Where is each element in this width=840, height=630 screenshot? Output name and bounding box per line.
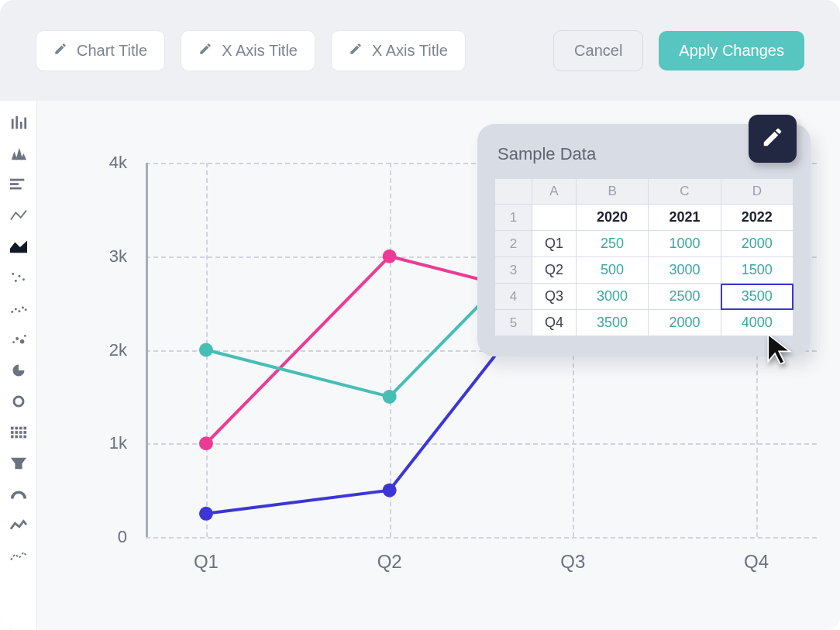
grid-cell[interactable]: 250 [576,231,648,257]
svg-point-19 [24,308,26,311]
spark-solid-icon[interactable] [3,515,34,536]
grid-cell[interactable]: 3500 [721,284,793,310]
svg-rect-25 [10,427,13,430]
cancel-label: Cancel [574,42,622,59]
sample-data-panel: Sample Data ABCD12020202120222Q125010002… [477,124,811,356]
svg-point-16 [14,308,16,310]
grid-corner [495,179,532,205]
svg-point-15 [11,311,13,313]
funnel-icon[interactable] [3,453,34,474]
series-point [383,484,397,497]
grid-cell[interactable]: Q4 [532,310,577,336]
svg-point-12 [18,275,20,277]
pencil-icon [349,42,363,60]
svg-rect-29 [10,431,13,434]
svg-rect-36 [23,435,26,439]
grid-col-header[interactable]: D [721,179,793,205]
svg-rect-28 [23,427,26,430]
grid-cell[interactable]: 3000 [649,257,721,284]
grid-row-index[interactable]: 2 [495,231,532,257]
svg-rect-33 [10,435,13,439]
grid-cell[interactable]: 4000 [721,310,793,336]
grid-cell[interactable]: 2000 [721,231,793,257]
bar-columns-icon[interactable] [3,112,34,133]
data-grid[interactable]: ABCD12020202120222Q1250100020003Q2500300… [494,178,794,336]
edit-data-button[interactable] [749,115,797,163]
grid-row-index[interactable]: 5 [495,310,532,336]
grid-cell[interactable]: 2500 [649,284,721,310]
pencil-icon [198,42,212,60]
y-tick-label: 0 [90,527,136,547]
svg-rect-0 [11,119,13,129]
grid-cell[interactable]: 2021 [649,205,721,231]
x-tick-label: Q4 [744,551,769,573]
svg-point-22 [19,339,24,344]
y-tick-label: 2k [90,340,136,360]
svg-rect-7 [10,179,24,181]
svg-point-21 [15,337,19,340]
gridline-h [146,537,817,539]
bubble-icon[interactable] [3,329,34,350]
svg-rect-3 [24,118,26,129]
donut-icon[interactable] [3,391,34,412]
grid-row-index[interactable]: 4 [495,284,532,310]
grid-cell[interactable]: 500 [576,257,648,284]
x-tick-label: Q1 [194,551,219,573]
gauge-icon[interactable] [3,484,34,505]
x-axis-title-label-1: X Axis Title [222,42,298,60]
series-point [383,390,397,404]
grid-col-header[interactable]: C [649,179,721,205]
cancel-button[interactable]: Cancel [553,30,643,71]
chart-title-label: Chart Title [77,42,147,60]
grid-row-index[interactable]: 1 [495,205,532,231]
grid-cell[interactable]: 2000 [649,310,721,336]
grid-cell[interactable]: 3000 [576,284,648,310]
app-root: Chart Title X Axis Title X Axis Title Ca… [0,0,840,630]
toolbar: Chart Title X Axis Title X Axis Title Ca… [0,0,840,101]
x-tick-label: Q2 [377,551,402,573]
grid-cell[interactable] [532,205,577,231]
grid-row-index[interactable]: 3 [495,257,532,284]
x-axis-title-button-1[interactable]: X Axis Title [181,30,315,71]
grid-cell[interactable]: 1000 [649,231,721,257]
scatter-sparse-icon[interactable] [3,267,34,288]
bar-horizontal-icon[interactable] [3,174,34,195]
series-point [199,343,213,357]
y-tick: 1k [90,433,136,453]
svg-rect-34 [15,435,18,439]
svg-point-13 [14,280,16,282]
svg-rect-31 [19,431,22,434]
y-tick: 2k [90,340,136,360]
chart-title-button[interactable]: Chart Title [36,30,165,71]
grid-col-header[interactable]: A [532,179,577,205]
bar-series-icon[interactable] [3,143,34,164]
y-tick-label: 1k [90,433,136,453]
svg-rect-27 [19,427,22,430]
svg-rect-8 [10,183,19,185]
grid-col-header[interactable]: B [576,179,648,205]
grid-cell[interactable]: 1500 [721,257,793,284]
svg-point-18 [22,307,24,309]
grid-cell[interactable]: Q3 [532,284,577,310]
area-icon[interactable] [3,236,34,257]
line-icon[interactable] [3,205,34,226]
svg-rect-26 [15,427,18,430]
scatter-dense-icon[interactable] [3,298,34,319]
grid-cell[interactable]: 3500 [576,310,648,336]
x-axis-title-button-2[interactable]: X Axis Title [331,30,466,71]
chart-type-sidebar [0,101,37,630]
svg-point-24 [14,397,23,406]
pencil-icon [761,126,784,152]
panel-title: Sample Data [497,144,790,164]
svg-rect-2 [19,122,22,129]
grid-cell[interactable]: 2020 [576,205,648,231]
grid-cell[interactable]: Q2 [532,257,577,284]
pie-icon[interactable] [3,360,34,381]
grid-cell[interactable]: 2022 [721,205,793,231]
x-axis-title-label-2: X Axis Title [372,42,448,60]
heatmap-icon[interactable] [3,422,34,443]
series-point [199,436,213,450]
apply-button[interactable]: Apply Changes [659,31,804,71]
spark-dashed-icon[interactable] [3,546,34,567]
grid-cell[interactable]: Q1 [532,231,577,257]
